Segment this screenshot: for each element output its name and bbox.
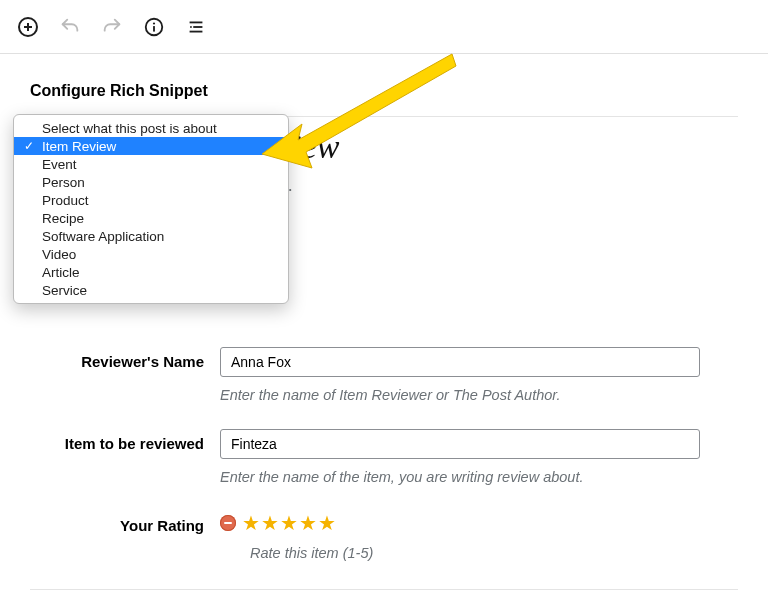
reviewer-row: Reviewer's Name Enter the name of Item R… — [30, 347, 738, 403]
dropdown-option[interactable]: Item Review — [14, 137, 288, 155]
undo-button[interactable] — [50, 7, 90, 47]
snippet-type-dropdown[interactable]: Select what this post is aboutItem Revie… — [13, 114, 289, 304]
item-row: Item to be reviewed Enter the name of th… — [30, 429, 738, 485]
svg-point-4 — [153, 22, 155, 24]
dropdown-option[interactable]: Software Application — [14, 227, 288, 245]
outline-button[interactable] — [176, 7, 216, 47]
reviewer-input[interactable] — [220, 347, 700, 377]
dropdown-option[interactable]: Product — [14, 191, 288, 209]
svg-point-9 — [190, 26, 192, 28]
item-label: Item to be reviewed — [30, 429, 220, 452]
star-icon[interactable]: ★ — [280, 511, 297, 535]
svg-rect-5 — [153, 26, 155, 32]
dropdown-option[interactable]: Video — [14, 245, 288, 263]
redo-button[interactable] — [92, 7, 132, 47]
info-button[interactable] — [134, 7, 174, 47]
reviewer-label: Reviewer's Name — [30, 347, 220, 370]
add-block-button[interactable] — [8, 7, 48, 47]
remove-rating-icon[interactable] — [220, 515, 236, 531]
star-icon[interactable]: ★ — [318, 511, 335, 535]
item-help: Enter the name of the item, you are writ… — [220, 469, 738, 485]
star-icon[interactable]: ★ — [261, 511, 278, 535]
star-icon[interactable]: ★ — [299, 511, 316, 535]
star-icon[interactable]: ★ — [242, 511, 259, 535]
rating-control[interactable]: ★ ★ ★ ★ ★ — [220, 511, 738, 535]
section-heading: Configure Rich Snippet — [0, 54, 768, 116]
rating-row: Your Rating ★ ★ ★ ★ ★ Rate this item (1-… — [30, 511, 738, 561]
dropdown-option[interactable]: Person — [14, 173, 288, 191]
dropdown-option[interactable]: Article — [14, 263, 288, 281]
dropdown-option[interactable]: Recipe — [14, 209, 288, 227]
rating-label: Your Rating — [30, 511, 220, 534]
dropdown-option[interactable]: Event — [14, 155, 288, 173]
dropdown-option[interactable]: Service — [14, 281, 288, 299]
item-input[interactable] — [220, 429, 700, 459]
dropdown-option[interactable]: Select what this post is about — [14, 119, 288, 137]
reviewer-help: Enter the name of Item Reviewer or The P… — [220, 387, 738, 403]
editor-toolbar — [0, 0, 768, 54]
rating-help: Rate this item (1-5) — [250, 545, 738, 561]
